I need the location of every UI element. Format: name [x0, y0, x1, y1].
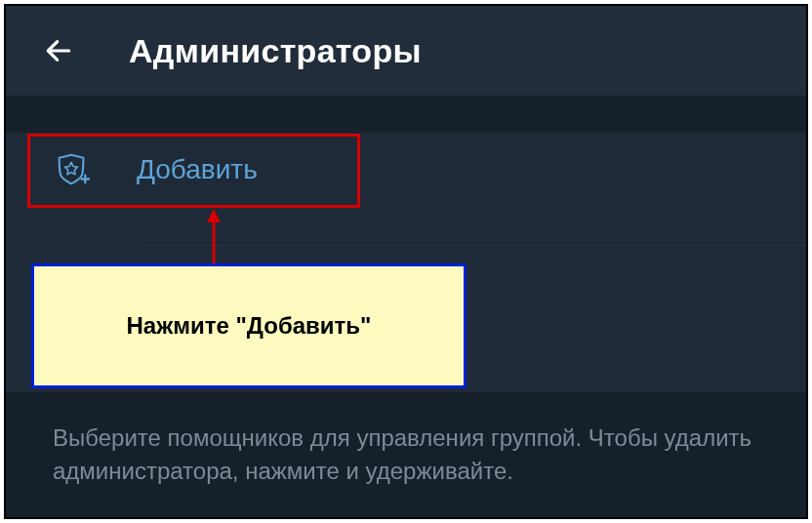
header-bar: Администраторы [6, 6, 806, 96]
shield-star-plus-icon [53, 150, 92, 189]
help-text: Выберите помощников для управления групп… [6, 404, 806, 517]
annotation-callout: Нажмите "Добавить" [31, 263, 467, 388]
section-gap [6, 96, 806, 133]
back-arrow-icon[interactable] [43, 35, 74, 66]
page-title: Администраторы [129, 32, 422, 70]
app-screen: Администраторы Добавить Выберите помощни… [4, 4, 808, 519]
add-admin-button[interactable]: Добавить [6, 133, 806, 207]
annotation-callout-text: Нажмите "Добавить" [127, 312, 372, 340]
footer-gap [6, 392, 806, 404]
add-admin-label: Добавить [137, 154, 258, 185]
list-divider [140, 245, 806, 246]
